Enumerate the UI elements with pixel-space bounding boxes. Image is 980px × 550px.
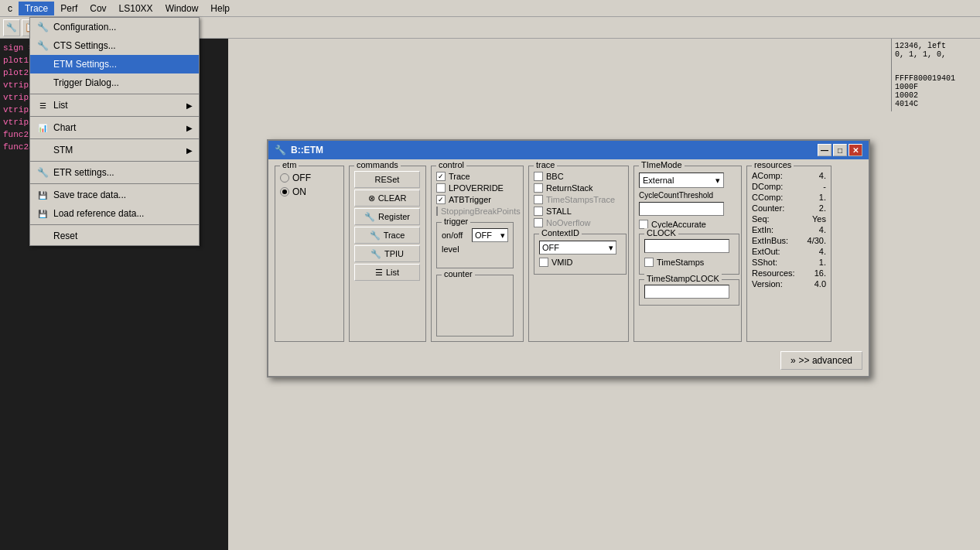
menu-item-c[interactable]: c [2, 2, 19, 15]
checkbox-nooverflow[interactable] [534, 218, 543, 227]
menu-item-cov[interactable]: Cov [84, 2, 112, 15]
timestampclock-input[interactable] [644, 285, 729, 299]
menu-save-trace[interactable]: 💾 Save trace data... [30, 186, 199, 204]
checkbox-bbc[interactable] [534, 172, 543, 181]
timemode-dropdown[interactable]: External ▾ [639, 173, 724, 188]
counter-label: Counter: [752, 203, 784, 213]
extinbus-label: ExtInBus: [752, 236, 788, 245]
checkbox-bbc-row: BBC [534, 172, 623, 181]
checkbox-lpoverride[interactable] [436, 183, 446, 193]
menu-reset[interactable]: Reset [30, 227, 199, 245]
contextid-value: OFF [542, 243, 559, 252]
checkbox-stopping-row: StoppingBreakPoints [436, 207, 518, 216]
register-icon: 🔧 [364, 212, 375, 222]
checkbox-timestamps-tm[interactable] [644, 258, 654, 267]
list-btn[interactable]: ☰ List [354, 264, 420, 281]
dialog-maximize-btn[interactable]: □ [833, 144, 847, 156]
separator-2 [30, 116, 199, 117]
reset-btn[interactable]: RESet [354, 171, 420, 188]
trace-btn[interactable]: 🔧 Trace [354, 227, 420, 244]
trigger-onoff-dropdown[interactable]: OFF ▾ [472, 228, 508, 242]
clock-input[interactable] [644, 239, 729, 253]
menu-etm-settings[interactable]: ETM Settings... [30, 55, 199, 73]
checkbox-returnstack[interactable] [534, 183, 543, 193]
radio-off-btn[interactable] [280, 173, 289, 183]
save-icon-2: 💾 [36, 207, 49, 220]
checkbox-stopping[interactable] [436, 207, 438, 216]
timestampclock-label: TimeStampCLOCK [644, 274, 722, 283]
checkbox-bbc-label: BBC [546, 172, 564, 181]
checkbox-stall-row: STALL [534, 207, 623, 216]
menu-item-trace[interactable]: Trace [19, 2, 54, 15]
radio-on-label: ON [292, 186, 306, 197]
list-icon-btn: ☰ [375, 268, 383, 278]
resource-acomp: AComp: 4. [752, 171, 826, 180]
separator-3 [30, 138, 199, 139]
contextid-dropdown[interactable]: OFF ▾ [539, 241, 616, 255]
hex-line-2: 0, 1, 1, 0, [895, 50, 977, 59]
dialog-title: B::ETM [291, 145, 323, 155]
separator-5 [30, 183, 199, 184]
menu-etr-settings[interactable]: 🔧 ETR settings... [30, 163, 199, 182]
timemode-group: TImeMode External ▾ CycleCountThreshold … [633, 166, 742, 342]
timestamps-row: TimeStamps [644, 258, 734, 267]
menu-item-window[interactable]: Window [159, 2, 205, 15]
menu-item-ls10xx[interactable]: LS10XX [113, 2, 159, 15]
tpiu-btn[interactable]: 🔧 TPIU [354, 245, 420, 262]
arrow-icon-stm: ▶ [186, 146, 193, 155]
register-btn-label: Register [378, 212, 410, 221]
resource-extin: ExtIn: 4. [752, 225, 826, 234]
menu-trigger-dialog[interactable]: Trigger Dialog... [30, 73, 199, 92]
resource-counter: Counter: 2. [752, 203, 826, 213]
checkbox-vmid[interactable] [539, 258, 548, 267]
control-group: control Trace LPOVERRIDE ATBTrigger Stop… [431, 166, 524, 342]
tpiu-btn-label: TPIU [384, 249, 404, 258]
checkbox-trace[interactable] [436, 172, 446, 181]
menu-chart[interactable]: 📊 Chart ▶ [30, 118, 199, 137]
list-btn-label: List [386, 268, 399, 277]
register-btn[interactable]: 🔧 Register [354, 208, 420, 225]
checkbox-stopping-label: StoppingBreakPoints [441, 207, 521, 216]
seq-label: Seq: [752, 214, 770, 224]
menu-bar: c Trace Perf Cov LS10XX Window Help [0, 0, 980, 17]
clear-icon: ⊗ [368, 193, 375, 203]
menu-stm[interactable]: STM ▶ [30, 141, 199, 159]
arrow-icon-list: ▶ [186, 101, 193, 110]
menu-item-perf[interactable]: Perf [54, 2, 84, 15]
menu-configuration[interactable]: 🔧 Configuration... [30, 18, 199, 36]
dialog-minimize-btn[interactable]: — [818, 144, 831, 156]
dialog-close-btn[interactable]: ✕ [849, 144, 862, 156]
menu-cts-settings[interactable]: 🔧 CTS Settings... [30, 36, 199, 55]
menu-load-ref[interactable]: 💾 Load reference data... [30, 204, 199, 223]
commands-group-label: commands [354, 160, 401, 169]
checkbox-atb[interactable] [436, 195, 446, 204]
toolbar-btn-1[interactable]: 🔧 [3, 19, 20, 36]
timemode-value: External [643, 176, 674, 185]
cyclecountthreshold-input[interactable] [639, 202, 724, 216]
menu-list[interactable]: ☰ List ▶ [30, 96, 199, 114]
radio-on-btn[interactable] [280, 187, 289, 196]
radio-off-row: OFF [280, 173, 339, 183]
separator-6 [30, 224, 199, 225]
etm-group-label: etm [280, 160, 299, 169]
version-label: Version: [752, 279, 783, 289]
resources-value: 16. [814, 268, 826, 278]
extin-value: 4. [819, 225, 826, 234]
advanced-label: >> advanced [799, 355, 852, 366]
checkbox-nooverflow-row: NoOverflow [534, 218, 623, 227]
tpiu-icon: 🔧 [370, 249, 381, 259]
spacer-icon-1 [36, 58, 49, 70]
clear-btn[interactable]: ⊗ CLEAR [354, 190, 420, 207]
advanced-btn[interactable]: » >> advanced [780, 351, 862, 370]
cyclecountthreshold-label: CycleCountThreshold [639, 191, 736, 200]
checkbox-nooverflow-label: NoOverflow [546, 218, 590, 227]
menu-item-help[interactable]: Help [204, 2, 236, 15]
dialog-body: etm OFF ON commands RESet ⊗ CLEAR 🔧 Regi [268, 159, 869, 348]
dialog-title-icons: — □ ✕ [818, 144, 862, 156]
resource-sshot: SShot: 1. [752, 258, 826, 267]
spacer-icon-3 [36, 144, 49, 156]
checkbox-stall[interactable] [534, 207, 543, 216]
checkbox-timestamps[interactable] [534, 195, 543, 204]
checkbox-trace-row: Trace [436, 172, 518, 181]
extin-label: ExtIn: [752, 225, 773, 234]
